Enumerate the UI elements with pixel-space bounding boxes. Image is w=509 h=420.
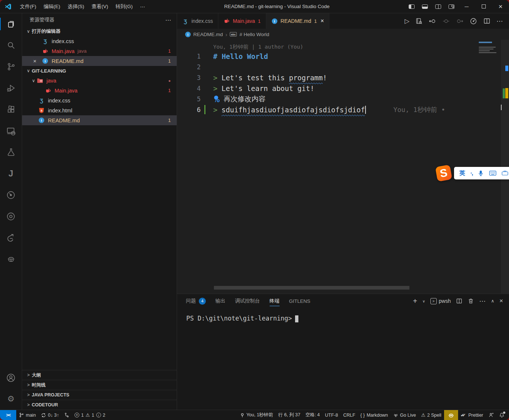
close-tab-icon[interactable]: ×	[321, 18, 324, 24]
codetour-section[interactable]: > CODETOUR	[22, 400, 177, 410]
workspace-section-header[interactable]: ∨ GIT-LEARNING	[22, 66, 177, 76]
split-terminal-icon[interactable]	[456, 298, 463, 304]
testing-glyph	[6, 147, 16, 157]
accounts-icon[interactable]	[0, 367, 22, 388]
search-icon[interactable]	[0, 35, 22, 56]
git-graph-icon[interactable]	[0, 227, 22, 248]
menu-file[interactable]: 文件(F)	[16, 2, 40, 11]
terminal-dropdown-icon[interactable]: ∨	[422, 299, 425, 303]
tab-readme-md[interactable]: i README.md 1 ×	[266, 13, 330, 29]
run-debug-icon[interactable]	[0, 77, 22, 99]
language-mode-item[interactable]: { } Markdown	[358, 410, 391, 420]
outline-section[interactable]: > 大纲	[22, 370, 177, 380]
maximize-button[interactable]	[475, 0, 492, 13]
new-terminal-icon[interactable]: +	[413, 297, 418, 305]
next-change-icon[interactable]	[456, 17, 464, 25]
menu-view[interactable]: 查看(V)	[88, 2, 112, 11]
tab-terminal[interactable]: 终端	[270, 294, 280, 308]
markdown-preview-icon[interactable]	[415, 17, 423, 25]
horizontal-scrollbar[interactable]	[214, 286, 409, 290]
encoding-item[interactable]: UTF-8	[322, 410, 340, 420]
kill-terminal-icon[interactable]	[468, 298, 474, 304]
git-branch-item[interactable]: main	[16, 410, 38, 420]
timeline-section[interactable]: > 时间线	[22, 380, 177, 390]
current-change-icon[interactable]	[442, 17, 450, 25]
terminal-content[interactable]: PS D:\git\note\git-learning>	[177, 308, 509, 410]
run-file-icon[interactable]: ▷	[405, 17, 409, 25]
ai-extension-item[interactable]	[444, 410, 458, 420]
ime-language-mode[interactable]: 英	[459, 169, 465, 177]
menu-selection[interactable]: 选择(S)	[64, 2, 88, 11]
open-editor-index-css[interactable]: Ʒ index.css	[22, 36, 177, 46]
gitlens-icon[interactable]	[0, 184, 22, 206]
close-window-button[interactable]: ×	[492, 0, 509, 13]
settings-gear-icon[interactable]: ⚙	[0, 388, 22, 410]
ime-toolbox-icon[interactable]	[502, 170, 508, 176]
virtual-keyboard-icon[interactable]	[489, 170, 496, 176]
open-editor-readme-md[interactable]: × i README.md 1	[22, 56, 177, 66]
tab-output[interactable]: 输出	[215, 294, 225, 308]
close-panel-icon[interactable]: ×	[499, 297, 503, 305]
spell-checker-item[interactable]: ⚠ 2 Spell	[419, 410, 444, 420]
go-live-item[interactable]: Go Live	[391, 410, 419, 420]
java-projects-icon[interactable]: J	[0, 163, 22, 184]
tree-item-main-java[interactable]: Main.java 1	[22, 85, 177, 95]
menu-goto[interactable]: 转到(G)	[112, 2, 136, 11]
tree-item-readme-md[interactable]: i README.md 1	[22, 115, 177, 125]
java-projects-section[interactable]: > JAVA PROJECTS	[22, 390, 177, 400]
toggle-secondary-sidebar-icon[interactable]	[432, 0, 445, 13]
tree-item-index-css[interactable]: Ʒ index.css	[22, 95, 177, 105]
gitlens-graph-icon[interactable]	[470, 17, 477, 25]
git-sync-item[interactable]: 0↓ 3↑	[38, 410, 62, 420]
ime-punctuation-mode[interactable]: ·,	[470, 170, 472, 176]
open-editors-section-header[interactable]: ∨ 打开的编辑器	[22, 27, 177, 36]
split-editor-icon[interactable]	[483, 17, 491, 25]
microphone-icon[interactable]	[478, 170, 484, 177]
tab-gitlens[interactable]: GITLENS	[289, 294, 311, 308]
maximize-panel-icon[interactable]: ∧	[491, 298, 494, 304]
problems-status-item[interactable]: × 1 ⚠ 1 i 2	[72, 410, 108, 420]
menu-edit[interactable]: 编辑(E)	[40, 2, 64, 11]
terminal-cursor	[295, 315, 298, 322]
toggle-sidebar-icon[interactable]	[405, 0, 418, 13]
feedback-item[interactable]	[486, 410, 496, 420]
tab-problems[interactable]: 问题 4	[186, 294, 206, 308]
codetour-record-icon[interactable]	[0, 206, 22, 227]
customize-layout-icon[interactable]	[445, 0, 458, 13]
gitlens-status-item[interactable]	[62, 410, 72, 420]
extensions-icon[interactable]	[0, 99, 22, 120]
ai-assistant-icon[interactable]	[0, 248, 22, 270]
minimize-button[interactable]: ─	[458, 0, 475, 13]
remote-explorer-icon[interactable]	[0, 120, 22, 141]
tab-main-java[interactable]: Main.java 1	[218, 13, 266, 29]
explorer-icon[interactable]	[0, 13, 22, 35]
breadcrumb-symbol[interactable]: # Hello World	[239, 32, 269, 37]
close-editor-icon[interactable]: ×	[33, 58, 42, 64]
explorer-glyph	[6, 19, 16, 29]
prettier-item[interactable]: ✔✔ Prettier	[458, 410, 486, 420]
explorer-more-actions-icon[interactable]: ⋯	[165, 17, 172, 24]
blame-status-item[interactable]: You, 1秒钟前	[238, 410, 276, 420]
minimap[interactable]	[479, 42, 499, 54]
toggle-panel-icon[interactable]	[418, 0, 432, 13]
tab-index-css[interactable]: Ʒ index.css	[177, 13, 218, 29]
terminal-shell-item[interactable]: > pwsh	[430, 298, 451, 304]
previous-change-icon[interactable]	[429, 17, 436, 25]
eol-item[interactable]: CRLF	[340, 410, 358, 420]
open-editor-main-java[interactable]: Main.java java 1	[22, 46, 177, 56]
testing-icon[interactable]	[0, 141, 22, 163]
shell-label: pwsh	[439, 298, 451, 304]
cursor-position-item[interactable]: 行 6, 列 37	[276, 410, 303, 420]
breadcrumb-file[interactable]: README.md	[193, 32, 223, 37]
tree-item-java-folder[interactable]: ∨ java ●	[22, 76, 177, 85]
tree-item-index-html[interactable]: 5 index.html	[22, 105, 177, 115]
more-actions-icon[interactable]: ⋯	[496, 17, 503, 25]
remote-indicator[interactable]: ><	[0, 410, 16, 420]
tab-debug-console[interactable]: 调试控制台	[235, 294, 260, 308]
sogou-logo-icon[interactable]: S	[435, 165, 452, 182]
source-control-icon[interactable]	[0, 56, 22, 77]
indentation-item[interactable]: 空格: 4	[303, 410, 322, 420]
panel-more-actions-icon[interactable]: ⋯	[479, 297, 486, 305]
notifications-item[interactable]	[496, 410, 509, 420]
menu-more[interactable]: ⋯	[136, 2, 149, 11]
